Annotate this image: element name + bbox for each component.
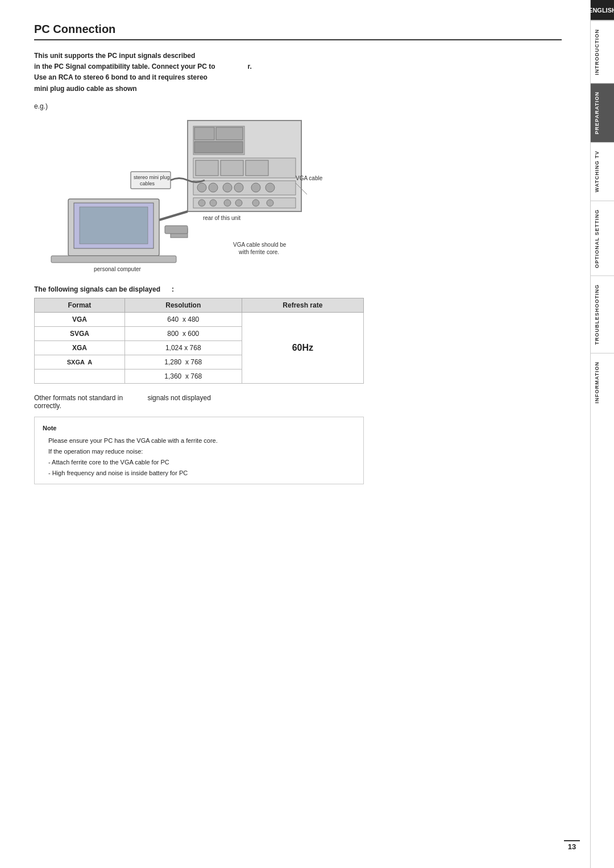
tab-watching-tv[interactable]: WATCHING TV [591, 142, 614, 200]
note-title: Note [43, 423, 355, 434]
note-line-3: - Attach ferrite core to the VGA cable f… [43, 457, 355, 468]
format-empty [35, 369, 125, 383]
res-sxga2: 1,360 x 768 [125, 369, 242, 383]
res-xga: 1,024 x 768 [125, 340, 242, 355]
table-heading: The following signals can be displayed : [34, 285, 562, 293]
res-svga: 800 x 600 [125, 326, 242, 340]
tab-introduction[interactable]: INTRODUCTION [591, 20, 614, 83]
svg-rect-35 [80, 207, 148, 244]
col-refresh: Refresh rate [242, 298, 363, 312]
svg-point-13 [234, 183, 243, 192]
tab-optional-setting[interactable]: OPTIONAL SETTING [591, 201, 614, 276]
format-svga: SVGA [35, 326, 125, 340]
svg-point-20 [235, 200, 242, 206]
svg-point-15 [265, 183, 275, 192]
svg-rect-3 [216, 127, 243, 140]
svg-point-22 [267, 200, 273, 206]
page-number: 13 [564, 840, 580, 851]
tab-preparation[interactable]: PREPARATION [591, 83, 614, 142]
svg-text:stereo mini plug: stereo mini plug [134, 175, 170, 180]
format-sxga: SXGA A [35, 355, 125, 369]
svg-point-19 [224, 200, 231, 206]
svg-rect-4 [194, 142, 243, 153]
note-box: Note Please ensure your PC has the VGA c… [34, 417, 364, 484]
page-title: PC Connection [34, 23, 562, 40]
svg-rect-7 [221, 160, 243, 176]
col-resolution: Resolution [125, 298, 242, 312]
sidebar: English INTRODUCTION PREPARATION WATCHIN… [590, 0, 614, 868]
main-content: PC Connection This unit supports the PC … [0, 0, 590, 507]
format-xga: XGA [35, 340, 125, 355]
refresh-merged: 60Hz [242, 312, 363, 383]
tab-information[interactable]: INFORMATION [591, 353, 614, 412]
note-line-4: - High frequency and noise is inside bat… [43, 468, 355, 479]
tab-english[interactable]: English [591, 0, 614, 20]
svg-point-10 [197, 183, 206, 192]
svg-text:personal computer: personal computer [94, 266, 141, 272]
svg-point-18 [210, 200, 217, 206]
res-sxga1: 1,280 x 768 [125, 355, 242, 369]
col-format: Format [35, 298, 125, 312]
svg-point-12 [223, 183, 232, 192]
svg-rect-2 [194, 127, 214, 140]
svg-text:VGA cable should be: VGA cable should be [233, 242, 287, 248]
connection-diagram: rear of this unit stereo mini plug cable… [34, 115, 375, 274]
table-row: VGA 640 x 480 60Hz [35, 312, 364, 326]
intro-text: This unit supports the PC input signals … [34, 51, 432, 94]
svg-rect-6 [196, 160, 218, 176]
compatibility-table: Format Resolution Refresh rate VGA 640 x… [34, 298, 364, 384]
svg-point-14 [251, 183, 260, 192]
res-vga: 640 x 480 [125, 312, 242, 326]
svg-rect-37 [165, 226, 188, 234]
svg-point-11 [209, 183, 218, 192]
svg-rect-8 [246, 160, 268, 176]
svg-point-17 [198, 200, 205, 206]
svg-text:cables: cables [140, 181, 155, 186]
svg-text:rear of this unit: rear of this unit [203, 215, 240, 221]
eg-label: e.g.) [34, 102, 562, 110]
svg-rect-16 [193, 198, 296, 208]
note-line-2: If the operation may reduce noise: [43, 446, 355, 457]
svg-text:VGA cable: VGA cable [296, 175, 323, 181]
format-vga: VGA [35, 312, 125, 326]
note-line-1: Please ensure your PC has the VGA cable … [43, 435, 355, 446]
svg-point-21 [252, 200, 259, 206]
svg-text:with ferrite core.: with ferrite core. [238, 249, 279, 255]
tab-troubleshooting[interactable]: TROUBLESHOOTING [591, 276, 614, 353]
svg-rect-34 [51, 256, 176, 263]
other-signals-note: Other formats not standard in signals no… [34, 394, 421, 410]
